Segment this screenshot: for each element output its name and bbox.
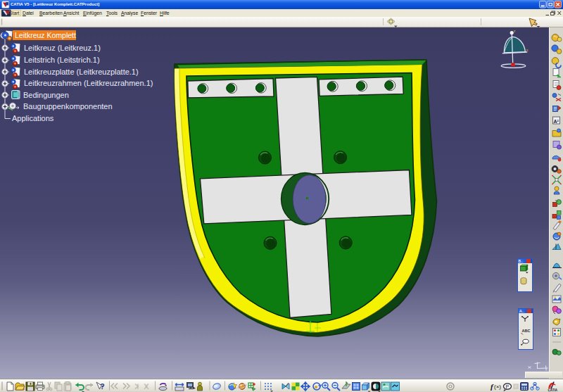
svg-text:CATIA: CATIA	[548, 388, 558, 392]
svg-text:A²: A²	[554, 119, 559, 124]
svg-text:ABC: ABC	[522, 329, 531, 333]
svg-text:(×): (×)	[494, 384, 501, 390]
svg-text:?: ?	[100, 382, 105, 391]
svg-text:P: P	[506, 384, 510, 389]
svg-text:x: x	[526, 48, 529, 52]
svg-text:z: z	[514, 29, 516, 33]
